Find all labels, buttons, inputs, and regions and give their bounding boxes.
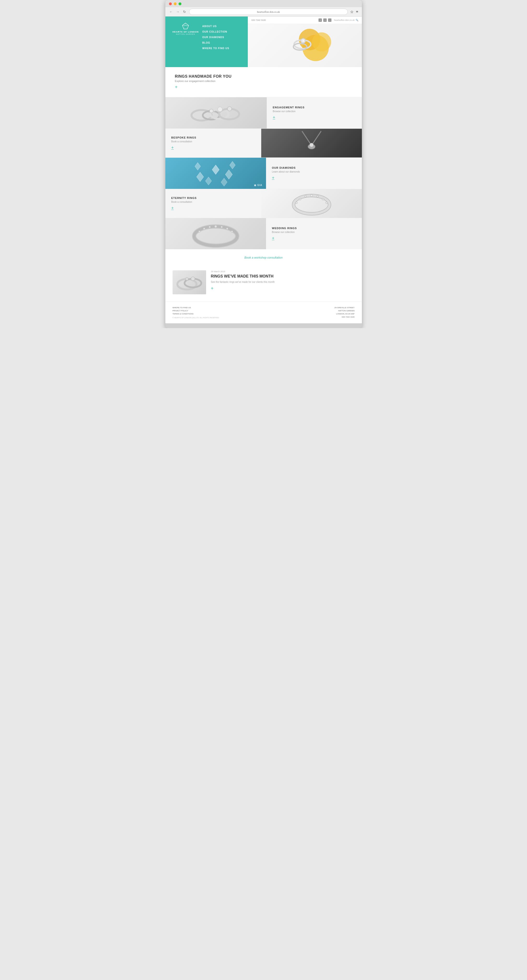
search-label: heartsoflon don.co.uk (334, 19, 355, 21)
footer-address-line2: HATTON GARDEN (334, 310, 355, 312)
svg-point-32 (317, 195, 318, 197)
blog-description: See the fantastic rings we've made for o… (211, 280, 355, 284)
svg-marker-22 (212, 165, 219, 175)
close-button[interactable] (169, 2, 172, 5)
svg-point-33 (322, 198, 324, 200)
wedding-title: WEDDING RINGS (272, 227, 356, 230)
diamonds-title: OUR DIAMONDS (272, 166, 356, 169)
browser-toolbar: ← → ↻ heartsoflon don.co.uk ☆ ≡ (166, 7, 362, 16)
menu-icon: ≡ (356, 10, 358, 14)
wedding-image (166, 218, 266, 249)
cta-section: Book a workshop consultation (166, 249, 362, 266)
engagement-rings-cell: ENGAGEMENT RINGS Browse our collection + (267, 97, 362, 129)
rings-collection-image (166, 97, 267, 129)
logo-subtitle: HATTON GARDEN (176, 33, 195, 35)
browser-titlebar (166, 0, 362, 7)
eternity-title: ETERNITY RINGS (171, 197, 255, 199)
wedding-ring-svg (189, 218, 242, 249)
blog-date: 29 March 2015 (211, 270, 355, 273)
diamonds-image: ◉ GIA (166, 158, 266, 189)
svg-marker-25 (205, 177, 212, 185)
footer-left: WHERE TO FIND US PRIVACY POLICY TERMS & … (172, 307, 219, 318)
svg-point-6 (312, 32, 331, 51)
minimize-button[interactable] (174, 2, 177, 5)
bespoke-title: BESPOKE RINGS (171, 136, 255, 139)
twitter-icon[interactable]: t (323, 19, 326, 22)
nav-blog[interactable]: BLOG (202, 41, 210, 44)
browser-window: ← → ↻ heartsoflon don.co.uk ☆ ≡ (166, 0, 362, 328)
logo-name: HEARTS OF LONDON (172, 31, 199, 33)
grid-row-2: BESPOKE RINGS Book a consultation + (166, 129, 362, 158)
blog-plus-link[interactable]: + (211, 286, 214, 291)
bespoke-image (261, 129, 362, 158)
address-bar[interactable]: heartsoflon don.co.uk (189, 9, 348, 15)
footer-privacy[interactable]: PRIVACY POLICY (172, 310, 219, 312)
site-header: HEARTS OF LONDON HATTON GARDEN ABOUT US … (166, 16, 362, 67)
back-button[interactable]: ← (169, 10, 173, 14)
hero-subtitle: Explore our engagement collection (175, 80, 352, 83)
svg-marker-26 (221, 178, 227, 186)
footer-find-us[interactable]: WHERE TO FIND US (172, 307, 219, 309)
svg-point-50 (185, 278, 188, 280)
svg-marker-0 (182, 23, 189, 29)
nav-find-us[interactable]: WHERE TO FIND US (202, 47, 229, 49)
grid-row-3: ◉ GIA OUR DIAMONDS Learn about our diamo… (166, 158, 362, 189)
diamonds-plus-link[interactable]: + (272, 175, 356, 180)
search-bar[interactable]: heartsoflon don.co.uk 🔍 (334, 19, 358, 21)
eternity-desc: Book a consultation (171, 200, 255, 204)
svg-point-16 (218, 107, 222, 112)
footer-address-line3: LONDON, EC1N 8AF (334, 313, 355, 315)
svg-point-41 (221, 226, 223, 228)
svg-point-35 (305, 195, 307, 197)
blog-content: 29 March 2015 RINGS WE'VE MADE THIS MONT… (211, 270, 355, 291)
svg-point-43 (231, 231, 233, 232)
header-left: HEARTS OF LONDON HATTON GARDEN ABOUT US … (166, 16, 248, 67)
svg-point-21 (310, 143, 314, 147)
facebook-icon[interactable]: f (318, 19, 322, 22)
workshop-cta-link[interactable]: Book a workshop consultation (244, 256, 283, 259)
blog-image (172, 270, 206, 294)
refresh-button[interactable]: ↻ (182, 10, 187, 14)
svg-point-15 (209, 109, 213, 113)
instagram-icon[interactable]: i (328, 19, 331, 22)
maximize-button[interactable] (178, 2, 182, 5)
nav-collection[interactable]: OUR COLLECTION (202, 30, 227, 33)
eternity-image (261, 189, 362, 218)
hero-title: RINGS HANDMADE FOR YOU (175, 74, 352, 79)
logo: HEARTS OF LONDON HATTON GARDEN (172, 22, 199, 35)
wedding-plus-link[interactable]: + (272, 236, 356, 241)
bespoke-svg (288, 129, 336, 158)
bespoke-plus-link[interactable]: + (171, 145, 255, 150)
main-nav: ABOUT US OUR COLLECTION OUR DIAMONDS BLO… (202, 22, 229, 51)
hero-section: RINGS HANDMADE FOR YOU Explore our engag… (166, 67, 362, 97)
collection-rings-svg (189, 97, 242, 129)
engagement-desc: Browse our collection (273, 110, 356, 113)
nav-diamonds[interactable]: OUR DIAMONDS (202, 36, 224, 38)
nav-about[interactable]: ABOUT US (202, 25, 217, 27)
bespoke-rings-cell: BESPOKE RINGS Book a consultation + (166, 129, 261, 158)
blog-rings-svg (174, 271, 205, 294)
svg-point-31 (310, 194, 313, 197)
hero-plus-link[interactable]: + (175, 84, 178, 90)
site-wrapper: HEARTS OF LONDON HATTON GARDEN ABOUT US … (166, 16, 362, 323)
bespoke-desc: Book a consultation (171, 140, 255, 143)
svg-point-49 (191, 277, 195, 281)
wedding-desc: Browse our collection (272, 231, 356, 234)
svg-point-30 (294, 196, 330, 214)
svg-marker-27 (195, 162, 201, 170)
forward-button[interactable]: → (176, 10, 180, 14)
svg-line-19 (312, 131, 321, 145)
engagement-title: ENGAGEMENT RINGS (273, 106, 356, 109)
footer-terms[interactable]: TERMS & CONDITIONS (172, 313, 219, 315)
svg-point-40 (215, 225, 217, 228)
header-right: 020 7242 3100 f t i heartsoflon don.co.u… (248, 16, 362, 67)
svg-marker-28 (229, 161, 235, 169)
footer-address-phone: 020 7242 3100 (334, 316, 355, 318)
engagement-plus-link[interactable]: + (273, 115, 356, 120)
eternity-plus-link[interactable]: + (171, 206, 255, 211)
diamonds-desc: Learn about our diamonds (272, 170, 356, 173)
svg-point-17 (228, 107, 232, 111)
hero-ring-illustration (275, 25, 335, 66)
grid-row-5: WEDDING RINGS Browse our collection + (166, 218, 362, 249)
svg-point-45 (203, 228, 205, 230)
